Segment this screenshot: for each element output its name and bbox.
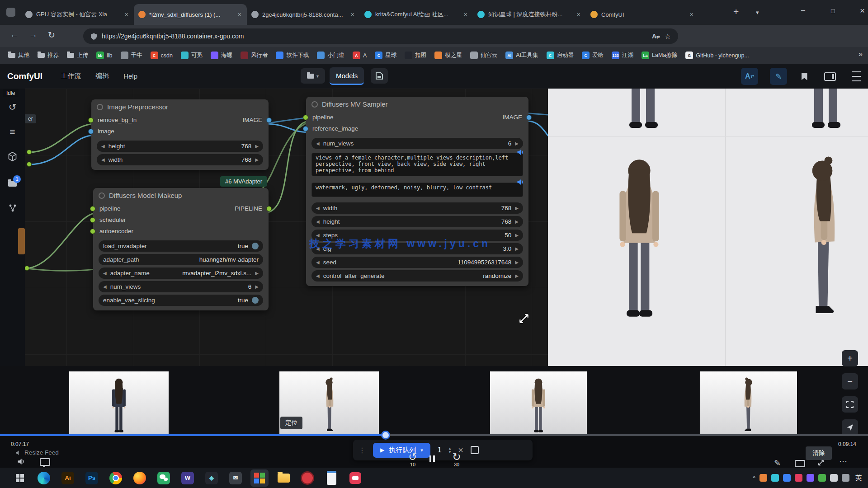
window-close-button[interactable]: × bbox=[860, 6, 865, 16]
workflow-folder-button[interactable]: ▾ bbox=[301, 68, 325, 84]
widget-load_mvadapter[interactable]: load_mvadaptertrue bbox=[99, 240, 263, 252]
stop-icon[interactable] bbox=[471, 446, 479, 454]
tray-app-icon[interactable] bbox=[760, 474, 767, 482]
skip-forward-button[interactable]: ↻ 30 bbox=[448, 452, 466, 467]
widget-width[interactable]: ◀width768▶ bbox=[97, 154, 263, 165]
batch-count-value[interactable]: 1 bbox=[438, 446, 442, 454]
positive-prompt-textarea[interactable]: views of a female character,multiple vie… bbox=[311, 153, 523, 176]
video-thumbnail[interactable] bbox=[69, 371, 169, 436]
menu-workflow[interactable]: 工作流 bbox=[61, 72, 81, 80]
taskbar-notepad[interactable] bbox=[322, 469, 340, 487]
clear-button[interactable]: 清除 bbox=[806, 446, 832, 460]
group-title-tag[interactable]: #6 MVAdapter bbox=[220, 176, 267, 187]
tray-app-icon[interactable] bbox=[783, 474, 791, 482]
bookmark-item[interactable]: 小门道 bbox=[313, 50, 348, 61]
window-minimize-button[interactable]: – bbox=[801, 6, 805, 14]
skip-back-button[interactable]: ↺ 10 bbox=[404, 452, 422, 467]
decrement-arrow-icon[interactable]: ◀ bbox=[316, 141, 320, 146]
decrement-arrow-icon[interactable]: ◀ bbox=[316, 273, 320, 278]
video-progress-handle[interactable] bbox=[381, 431, 390, 440]
taskbar-mail[interactable]: ✉ bbox=[226, 469, 245, 487]
bookmark-item[interactable]: 扣图 bbox=[401, 50, 430, 61]
tab-close-icon[interactable]: × bbox=[576, 11, 581, 18]
node-graph-icon[interactable] bbox=[8, 203, 17, 214]
display-icon[interactable] bbox=[40, 458, 50, 467]
tab-close-icon[interactable]: × bbox=[124, 11, 129, 18]
tray-app-icon[interactable] bbox=[795, 474, 802, 482]
link-stub-port-icon[interactable] bbox=[25, 266, 29, 270]
more-options-icon[interactable]: ⋯ bbox=[839, 457, 847, 465]
send-button[interactable] bbox=[842, 419, 858, 436]
video-filmstrip[interactable] bbox=[0, 366, 868, 437]
image-preview-panel[interactable] bbox=[548, 89, 868, 366]
annotate-pen-button[interactable]: ✎ bbox=[770, 68, 787, 85]
node-image-preprocessor[interactable]: Image Preprocessor remove_bg_fnIMAGEimag… bbox=[91, 99, 269, 170]
link-stub-port-icon[interactable] bbox=[27, 162, 31, 166]
decrement-arrow-icon[interactable]: ◀ bbox=[316, 260, 320, 265]
browser-menu-icon[interactable] bbox=[6, 8, 15, 17]
bookmark-button[interactable] bbox=[796, 68, 813, 85]
bookmark-item[interactable]: 风行者 bbox=[237, 50, 272, 61]
collapse-dot-icon[interactable] bbox=[311, 101, 318, 108]
bookmark-item[interactable]: 仙宫云 bbox=[467, 50, 501, 61]
tray-app-icon[interactable] bbox=[830, 474, 838, 482]
bookmark-item[interactable]: C星球 bbox=[371, 50, 400, 61]
bookmark-item[interactable]: AIAI工具集 bbox=[502, 50, 542, 61]
zoom-in-button[interactable]: + bbox=[842, 350, 858, 366]
browser-tab[interactable]: krita&Comfyui Ai绘画 社区...× bbox=[360, 4, 473, 25]
workflows-folder-icon[interactable]: 1 bbox=[8, 178, 17, 188]
increment-arrow-icon[interactable]: ▶ bbox=[255, 157, 259, 162]
forward-button[interactable]: → bbox=[29, 30, 38, 40]
increment-arrow-icon[interactable]: ▶ bbox=[515, 206, 519, 211]
input-port-icon[interactable] bbox=[89, 118, 93, 122]
bookmark-item[interactable]: 可觅 bbox=[177, 50, 206, 61]
bookmark-item[interactable]: 千牛 bbox=[117, 50, 146, 61]
partial-collapsed-node[interactable] bbox=[18, 228, 25, 254]
speaker-icon[interactable] bbox=[517, 179, 524, 185]
tab-close-icon[interactable]: × bbox=[350, 11, 355, 18]
pencil-icon[interactable]: ✎ bbox=[774, 459, 781, 467]
taskbar-file-explorer[interactable] bbox=[274, 469, 292, 487]
widget-adapter_path[interactable]: adapter_pathhuanngzh/mv-adapter bbox=[99, 254, 263, 265]
taskbar-start[interactable] bbox=[11, 469, 29, 487]
taskbar-illustrator[interactable]: Ai bbox=[59, 469, 77, 487]
bookmark-item[interactable]: 模之屋 bbox=[431, 50, 466, 61]
output-port-icon[interactable] bbox=[267, 118, 271, 122]
input-port-icon[interactable] bbox=[303, 127, 308, 131]
widget-seed[interactable]: ◀seed1109499526317648▶ bbox=[311, 257, 523, 268]
tray-app-icon[interactable] bbox=[842, 474, 849, 482]
decrement-arrow-icon[interactable]: ◀ bbox=[103, 284, 107, 289]
keyboard-card-icon[interactable] bbox=[795, 460, 805, 469]
input-port-icon[interactable] bbox=[90, 229, 95, 234]
bookmark-item[interactable]: AA bbox=[349, 50, 370, 61]
collapse-dot-icon[interactable] bbox=[97, 104, 103, 110]
increment-arrow-icon[interactable]: ▶ bbox=[515, 233, 519, 238]
tab-search-chevron-icon[interactable]: ▾ bbox=[756, 9, 759, 16]
bookmarks-overflow-icon[interactable]: » bbox=[859, 50, 863, 58]
bookmark-star-icon[interactable]: ☆ bbox=[665, 32, 671, 41]
url-text[interactable]: https://2ge4jcu6kqntbrj5-8188.container.… bbox=[102, 33, 647, 40]
menu-edit[interactable]: 编辑 bbox=[95, 72, 109, 80]
toggle-knob[interactable] bbox=[252, 243, 259, 249]
comfyui-logo[interactable]: ComfyUI bbox=[7, 71, 42, 81]
browser-tab[interactable]: 2ge4jcu6kqntbrj5-8188.conta...× bbox=[247, 4, 360, 25]
video-progress-bar[interactable] bbox=[0, 434, 868, 436]
increment-arrow-icon[interactable]: ▶ bbox=[255, 144, 259, 149]
browser-tab[interactable]: 知识星球 | 深度连接铁杆粉...× bbox=[473, 4, 586, 25]
tray-expand-icon[interactable]: ^ bbox=[753, 475, 755, 481]
negative-prompt-textarea[interactable]: watermark, ugly, deformed, noisy, blurry… bbox=[311, 183, 523, 197]
new-tab-button[interactable]: + bbox=[733, 6, 739, 17]
fullscreen-button[interactable] bbox=[842, 396, 858, 413]
browser-tab[interactable]: ComfyUI× bbox=[586, 4, 699, 25]
bookmark-item[interactable]: C爱给 bbox=[578, 50, 607, 61]
input-port-icon[interactable] bbox=[90, 218, 95, 222]
bookmark-item[interactable]: C启动器 bbox=[543, 50, 578, 61]
video-thumbnail[interactable] bbox=[700, 371, 797, 436]
address-bar[interactable]: https://2ge4jcu6kqntbrj5-8188.container.… bbox=[83, 28, 678, 44]
pause-button[interactable] bbox=[429, 455, 436, 464]
translate-icon[interactable]: A⇄ bbox=[652, 33, 660, 40]
bookmark-item[interactable]: 推荐 bbox=[34, 50, 62, 61]
widget-width[interactable]: ◀width768▶ bbox=[311, 202, 523, 214]
toggle-knob[interactable] bbox=[252, 297, 259, 304]
save-workflow-button[interactable] bbox=[371, 68, 388, 84]
